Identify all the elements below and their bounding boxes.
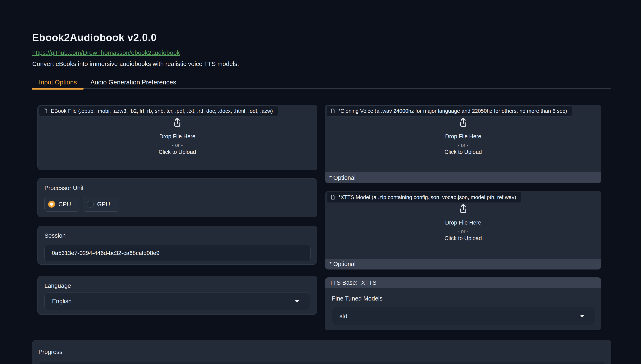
or-text: - or - xyxy=(38,142,317,148)
session-input[interactable] xyxy=(45,245,311,261)
file-icon xyxy=(330,108,335,114)
page-title: Ebook2Audiobook v2.0.0 xyxy=(32,32,157,44)
language-dropdown-value: English xyxy=(52,298,72,305)
cloning-voice-label: *Cloning Voice (a .wav 24000hz for major… xyxy=(338,108,567,114)
upload-icon xyxy=(457,116,469,128)
ebook-file-label-chip: EBook File (.epub, .mobi, .azw3, fb2, lr… xyxy=(39,106,278,116)
tts-base-label: TTS Base: xyxy=(329,279,357,286)
processor-unit-panel: Processor Unit CPU GPU xyxy=(38,178,317,217)
radio-gpu-label: GPU xyxy=(97,201,110,208)
xtts-model-label: *XTTS Model (a .zip containing config.js… xyxy=(338,194,516,200)
cloning-voice-panel: Drop File Here - or - Click to Upload *C… xyxy=(325,105,601,183)
ebook-upload-panel: Drop File Here - or - Click to Upload EB… xyxy=(38,105,317,170)
or-text: - or - xyxy=(325,142,601,148)
radio-option-gpu[interactable]: GPU xyxy=(83,197,119,212)
language-dropdown[interactable]: English xyxy=(45,292,310,310)
cloning-voice-optional-note: * Optional xyxy=(325,172,601,183)
or-text: - or - xyxy=(325,228,601,234)
language-label: Language xyxy=(45,282,71,289)
tab-audio-generation-preferences-label: Audio Generation Preferences xyxy=(90,79,176,86)
tab-input-options[interactable]: Input Options xyxy=(32,76,84,88)
optional-text: * Optional xyxy=(329,174,355,181)
progress-label: Progress xyxy=(39,348,62,355)
drop-file-here-text: Drop File Here xyxy=(325,220,601,226)
upload-icon xyxy=(457,203,469,215)
optional-text: * Optional xyxy=(329,261,355,268)
session-panel: Session xyxy=(38,226,317,264)
xtts-model-panel: Drop File Here - or - Click to Upload *X… xyxy=(325,191,601,270)
github-link[interactable]: https://github.com/DrewThomasson/ebook2a… xyxy=(32,49,180,56)
language-panel: Language English xyxy=(38,276,317,315)
app-description: Convert eBooks into immersive audiobooks… xyxy=(32,60,239,68)
fine-tuned-models-dropdown[interactable]: std xyxy=(332,307,595,325)
xtts-model-label-chip: *XTTS Model (a .zip containing config.js… xyxy=(327,192,521,203)
tab-input-options-label: Input Options xyxy=(39,79,77,86)
tts-base-header: TTS Base: XTTS xyxy=(325,278,601,288)
chevron-down-icon xyxy=(295,300,299,302)
drop-file-here-text: Drop File Here xyxy=(38,133,317,140)
processor-unit-label: Processor Unit xyxy=(45,185,84,192)
fine-tuned-models-label: Fine Tuned Models xyxy=(332,295,383,302)
ebook-file-label: EBook File (.epub, .mobi, .azw3, fb2, lr… xyxy=(51,108,273,114)
drop-file-here-text: Drop File Here xyxy=(325,133,601,140)
radio-cpu-label: CPU xyxy=(58,201,71,208)
tts-base-panel: TTS Base: XTTS Fine Tuned Models std xyxy=(325,277,601,330)
file-icon xyxy=(43,108,48,114)
radio-option-cpu[interactable]: CPU xyxy=(45,197,79,212)
tab-bar: Input Options Audio Generation Preferenc… xyxy=(32,76,611,89)
file-icon xyxy=(330,194,335,200)
click-to-upload-text: Click to Upload xyxy=(38,149,317,155)
progress-panel: Progress xyxy=(32,340,611,364)
upload-icon xyxy=(171,116,183,128)
click-to-upload-text: Click to Upload xyxy=(325,235,601,242)
progress-output-box xyxy=(39,362,605,364)
cloning-voice-label-chip: *Cloning Voice (a .wav 24000hz for major… xyxy=(327,106,572,116)
radio-unselected-icon xyxy=(87,201,94,208)
xtts-model-optional-note: * Optional xyxy=(325,258,601,269)
fine-tuned-models-value: std xyxy=(339,313,347,320)
tab-audio-generation-preferences[interactable]: Audio Generation Preferences xyxy=(84,76,183,88)
chevron-down-icon xyxy=(580,315,584,318)
radio-selected-icon xyxy=(48,201,55,208)
tts-base-value: XTTS xyxy=(361,279,376,286)
click-to-upload-text: Click to Upload xyxy=(325,149,601,155)
session-label: Session xyxy=(45,232,66,239)
